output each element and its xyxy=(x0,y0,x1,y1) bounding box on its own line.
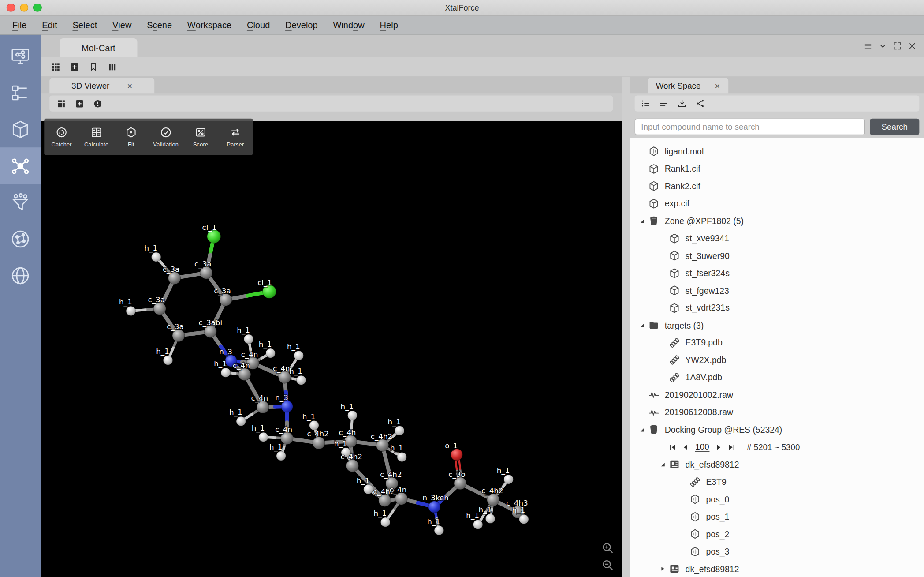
molecule-render[interactable]: cl_1c_3ac_3ah_1c_3ah_1c_3ah_1c_3abic_3ac… xyxy=(41,121,622,577)
detail-view-button[interactable] xyxy=(659,98,669,109)
tree-item[interactable]: pos_0 xyxy=(630,491,924,508)
grid-view-button[interactable] xyxy=(56,99,66,108)
tree-item[interactable]: Zone @XPF1802 (5) xyxy=(630,212,924,229)
tool-fit-button[interactable]: Fit xyxy=(114,119,149,155)
menu-workspace[interactable]: Workspace xyxy=(179,16,239,34)
minimize-window-button[interactable] xyxy=(20,4,28,12)
tree-item[interactable]: 1A8V.pdb xyxy=(630,369,924,386)
menu-view[interactable]: View xyxy=(105,16,139,34)
tab-work-space[interactable]: Work Space × xyxy=(648,78,728,93)
menu-help[interactable]: Help xyxy=(372,16,406,34)
expand-panel-button[interactable] xyxy=(893,41,902,51)
tree-item[interactable]: E3T9.pdb xyxy=(630,334,924,351)
tree-item[interactable]: st_fgew123 xyxy=(630,282,924,299)
list-view-button[interactable] xyxy=(641,98,651,109)
tool-catcher-button[interactable]: Catcher xyxy=(44,119,79,155)
grid-view-button[interactable] xyxy=(51,62,61,72)
menu-window[interactable]: Window xyxy=(325,16,372,34)
add-item-button[interactable] xyxy=(70,62,80,72)
svg-text:c_3a: c_3a xyxy=(148,296,165,304)
close-3d-viewer-icon[interactable]: × xyxy=(127,81,132,90)
svg-text:n_3: n_3 xyxy=(275,393,288,402)
zoom-window-button[interactable] xyxy=(33,4,41,12)
tree-item[interactable]: 20190201002.raw xyxy=(630,386,924,404)
tree-item[interactable]: ligand.mol xyxy=(630,142,924,160)
tree-item[interactable]: Rank2.cif xyxy=(630,177,924,195)
tree-item[interactable]: st_vdrt231s xyxy=(630,299,924,316)
search-button[interactable]: Search xyxy=(870,119,919,135)
tree-item[interactable]: pos_3 xyxy=(630,543,924,560)
add-view-button[interactable] xyxy=(75,99,84,108)
tree-item[interactable]: pos_2 xyxy=(630,525,924,543)
tool-parser-button[interactable]: Parser xyxy=(218,119,253,155)
menu-cloud[interactable]: Cloud xyxy=(239,16,278,34)
next-page-button[interactable] xyxy=(715,443,723,451)
zoom-out-button[interactable] xyxy=(602,559,614,571)
tool-calculate-button[interactable]: Calculate xyxy=(79,119,114,155)
tree-item-label: st_vdrt231s xyxy=(686,303,730,312)
tree-item-label: ligand.mol xyxy=(665,147,704,156)
first-page-button[interactable] xyxy=(669,443,676,451)
prev-page-button[interactable] xyxy=(682,443,689,451)
alerts-button[interactable] xyxy=(93,99,102,108)
expand-arrow[interactable] xyxy=(656,461,669,468)
bookmark-button[interactable] xyxy=(89,62,99,72)
tree-item[interactable]: E3T9 xyxy=(630,473,924,491)
expand-arrow[interactable] xyxy=(636,322,648,329)
tab-mol-cart[interactable]: Mol-Cart xyxy=(60,38,137,57)
tool-validation-button[interactable]: Validation xyxy=(149,119,183,155)
close-window-button[interactable] xyxy=(7,4,15,12)
import-button[interactable] xyxy=(677,98,687,109)
panel-menu-button[interactable] xyxy=(863,41,872,51)
tree-item-label: Zone @XPF1802 (5) xyxy=(665,216,744,225)
tree-item[interactable]: pos_1 xyxy=(630,508,924,525)
sidebar-item-screen-viewer[interactable] xyxy=(0,38,41,75)
sidebar-item-screening[interactable] xyxy=(0,184,41,221)
sidebar-item-crystal[interactable] xyxy=(0,111,41,147)
tab-3d-viewer[interactable]: 3D Viewer × xyxy=(49,78,154,93)
tree-item[interactable]: dk_efsd89812 xyxy=(630,456,924,473)
tree-item-label: pos_1 xyxy=(706,512,729,521)
menu-scene[interactable]: Scene xyxy=(139,16,180,34)
compound-search-input[interactable] xyxy=(635,119,865,135)
collapse-panel-button[interactable] xyxy=(878,41,887,51)
tree-item[interactable]: st_3uwer90 xyxy=(630,247,924,264)
menu-develop[interactable]: Develop xyxy=(278,16,325,34)
sidebar-item-analysis[interactable] xyxy=(0,221,41,257)
zoom-in-button[interactable] xyxy=(602,542,614,554)
sidebar-item-pipeline[interactable] xyxy=(0,74,41,111)
sidebar-item-molecule[interactable] xyxy=(0,147,41,184)
bookmark-icon xyxy=(89,62,99,72)
viewport-3d[interactable]: CatcherCalculateFitValidationScoreParser… xyxy=(41,121,622,577)
arrow-open-icon xyxy=(659,461,666,468)
expand-arrow[interactable] xyxy=(636,218,648,225)
tree-item[interactable]: Docking Group @RES (52324) xyxy=(630,421,924,438)
close-panel-button[interactable] xyxy=(908,41,917,51)
expand-arrow[interactable] xyxy=(636,427,648,433)
fit-icon xyxy=(125,126,137,139)
tree-item[interactable]: targets (3) xyxy=(630,317,924,334)
menu-select[interactable]: Select xyxy=(65,16,105,34)
tree-item[interactable]: YW2X.pdb xyxy=(630,352,924,369)
tree-item[interactable]: Rank1.cif xyxy=(630,160,924,177)
tool-score-button[interactable]: Score xyxy=(183,119,218,155)
columns-view-button[interactable] xyxy=(107,62,117,72)
close-work-space-icon[interactable]: × xyxy=(715,81,720,90)
menu-edit[interactable]: Edit xyxy=(34,16,65,34)
tree-item[interactable]: exp.cif xyxy=(630,195,924,212)
expand-arrow[interactable] xyxy=(656,566,669,572)
tree-item[interactable]: 20190612008.raw xyxy=(630,404,924,421)
current-page-link[interactable]: 100 xyxy=(695,442,710,452)
tree-item[interactable]: dk_efsd89812 xyxy=(630,560,924,577)
menu-file[interactable]: File xyxy=(5,16,34,34)
svg-text:h_1: h_1 xyxy=(252,424,265,433)
tree-item[interactable]: st_xve9341 xyxy=(630,230,924,247)
folder-icon xyxy=(648,320,659,331)
tab-work-space-label: Work Space xyxy=(656,81,701,90)
share-button[interactable] xyxy=(695,98,705,109)
tool-label: Catcher xyxy=(52,141,72,147)
tree-item[interactable]: st_fser324s xyxy=(630,265,924,282)
sidebar-item-network[interactable] xyxy=(0,257,41,294)
last-page-button[interactable] xyxy=(728,443,735,451)
grid-icon xyxy=(51,62,61,72)
